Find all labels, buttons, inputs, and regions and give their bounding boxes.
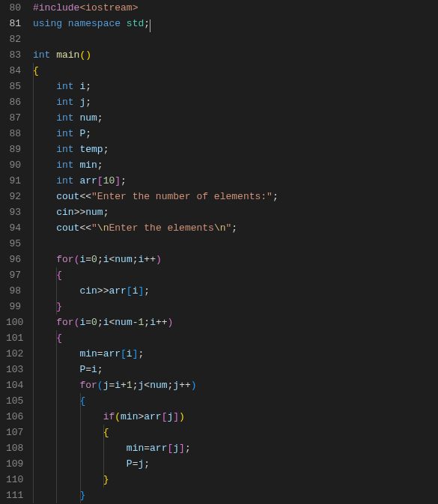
code-line[interactable]: for(i=0;i<num-1;i++) [33, 315, 438, 330]
line-number: 89 [6, 142, 21, 157]
token: = [85, 254, 91, 265]
line-number: 86 [6, 94, 21, 110]
token [33, 333, 56, 344]
indent-guide [33, 63, 34, 503]
code-line[interactable]: min=arr[i]; [33, 346, 438, 362]
token: [ [97, 175, 103, 186]
token: ; [133, 380, 139, 391]
code-line[interactable]: using namespace std; [33, 16, 438, 31]
token [33, 81, 56, 92]
token: } [56, 301, 62, 312]
token: ( [97, 380, 103, 391]
code-line[interactable]: int num; [33, 110, 438, 126]
token: cout [56, 191, 79, 202]
token: i [115, 380, 121, 391]
token: cin [56, 207, 73, 218]
token: { [56, 270, 62, 281]
indent-guide [56, 330, 57, 503]
code-line[interactable]: for(j=i+1;j<num;j++) [33, 377, 438, 393]
token: \n [214, 222, 226, 234]
token: int [56, 144, 73, 155]
token: ) [179, 411, 185, 422]
token: P [127, 458, 133, 470]
token: arr [109, 285, 126, 297]
line-number-gutter: 8081828384858687888990919293949596979899… [0, 0, 30, 504]
token [33, 160, 56, 171]
token: ) [191, 380, 197, 391]
token: = [144, 443, 150, 454]
token: min [79, 348, 97, 359]
code-line[interactable]: } [33, 299, 438, 315]
token: = [85, 317, 91, 328]
token: i [127, 348, 133, 359]
token: cin [79, 285, 97, 297]
code-line[interactable]: cout<<"Enter the number of elements:"; [33, 189, 438, 204]
code-line[interactable]: { [33, 425, 438, 440]
code-line[interactable] [33, 31, 438, 47]
token: >> [97, 285, 109, 297]
code-line[interactable]: cin>>num; [33, 204, 438, 220]
token: num [150, 380, 167, 391]
token: main [56, 49, 79, 61]
line-number: 93 [6, 204, 21, 220]
token: min [127, 443, 144, 454]
line-number: 108 [6, 440, 21, 456]
code-line[interactable]: } [33, 488, 438, 503]
code-line[interactable]: P=j; [33, 456, 438, 472]
token: ; [97, 254, 103, 265]
token: <iostream> [79, 2, 138, 13]
token: int [56, 128, 73, 139]
line-number: 102 [6, 346, 21, 362]
code-line[interactable]: int i; [33, 79, 438, 94]
code-line[interactable] [33, 236, 438, 252]
token: ; [97, 112, 103, 124]
code-line[interactable]: #include<iostream> [33, 0, 438, 16]
token [33, 222, 56, 234]
token [33, 301, 56, 312]
token: j [173, 443, 179, 454]
token [33, 427, 103, 438]
token: ; [138, 348, 144, 359]
token: ] [115, 175, 121, 186]
code-line[interactable]: if(min>arr[j]) [33, 409, 438, 425]
code-line[interactable]: int main() [33, 47, 438, 63]
code-line[interactable]: int arr[10]; [33, 173, 438, 189]
token: << [79, 222, 91, 234]
token: " [91, 222, 97, 234]
code-line[interactable]: { [33, 63, 438, 79]
token: ] [179, 443, 185, 454]
code-line[interactable]: int temp; [33, 142, 438, 157]
code-editor[interactable]: 8081828384858687888990919293949596979899… [0, 0, 438, 504]
code-line[interactable]: min=arr[j]; [33, 440, 438, 456]
token: arr [103, 348, 121, 359]
token: int [56, 81, 73, 92]
code-line[interactable]: P=i; [33, 362, 438, 377]
code-line[interactable]: } [33, 472, 438, 488]
line-number: 111 [6, 488, 21, 503]
token: cout [56, 222, 79, 234]
token: #include [33, 2, 79, 13]
code-area[interactable]: #include<iostream>using namespace std;in… [30, 0, 438, 504]
code-line[interactable]: cout<<"\nEnter the elements\n"; [33, 220, 438, 236]
token: i [103, 317, 109, 328]
code-line[interactable]: int j; [33, 94, 438, 110]
code-line[interactable]: int min; [33, 157, 438, 173]
token: int [56, 112, 73, 124]
line-number: 80 [6, 0, 21, 16]
token: i [103, 254, 109, 265]
token: { [56, 333, 62, 344]
token: ; [185, 443, 191, 454]
code-line[interactable]: cin>>arr[i]; [33, 283, 438, 299]
code-line[interactable]: for(i=0;i<num;i++) [33, 252, 438, 267]
line-number: 92 [6, 189, 21, 204]
line-number: 90 [6, 157, 21, 173]
line-number: 109 [6, 456, 21, 472]
line-number: 110 [6, 472, 21, 488]
token: ; [144, 285, 150, 297]
code-line[interactable]: { [33, 330, 438, 346]
line-number: 106 [6, 409, 21, 425]
code-line[interactable]: int P; [33, 126, 438, 142]
code-line[interactable]: { [33, 267, 438, 283]
code-line[interactable]: { [33, 393, 438, 409]
line-number: 81 [6, 16, 21, 31]
